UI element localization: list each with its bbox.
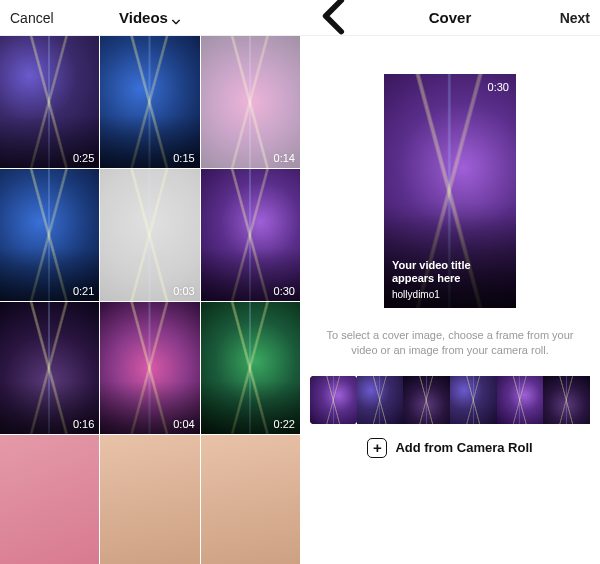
cover-frame-image — [543, 376, 590, 424]
cover-username: hollydimo1 — [392, 289, 440, 300]
cover-frame[interactable] — [543, 376, 590, 424]
video-thumb-image — [100, 435, 199, 564]
add-from-camera-roll-button[interactable]: + Add from Camera Roll — [367, 438, 532, 458]
video-picker-screen: Cancel Videos 0:250:150:140:210:030:300:… — [0, 0, 300, 564]
cover-screen: Cover Next 0:30 Your video title appears… — [300, 0, 600, 564]
video-thumb-image — [100, 169, 199, 301]
album-dropdown[interactable]: Videos — [119, 9, 181, 26]
video-thumb[interactable]: 0:30 — [201, 169, 300, 301]
video-thumb[interactable]: 0:21 — [0, 169, 99, 301]
cover-preview: 0:30 Your video title appears here holly… — [384, 74, 516, 308]
plus-icon: + — [367, 438, 387, 458]
video-thumb-image — [0, 36, 99, 168]
cover-hint: To select a cover image, choose a frame … — [318, 328, 582, 358]
video-duration: 0:30 — [274, 285, 295, 297]
video-thumb-image — [201, 302, 300, 434]
cover-frame[interactable] — [403, 376, 450, 424]
cover-frame-image — [357, 376, 404, 424]
video-thumb[interactable]: 0:22 — [201, 302, 300, 434]
video-duration: 0:03 — [173, 285, 194, 297]
next-button[interactable]: Next — [540, 10, 590, 26]
video-duration: 0:15 — [173, 152, 194, 164]
cover-area: 0:30 Your video title appears here holly… — [300, 36, 600, 564]
video-thumb[interactable] — [100, 435, 199, 564]
video-thumb[interactable]: 0:04 — [100, 302, 199, 434]
video-thumb[interactable]: 0:25 — [0, 36, 99, 168]
video-thumb[interactable]: 0:16 — [0, 302, 99, 434]
cover-frame[interactable] — [497, 376, 544, 424]
picker-header: Cancel Videos — [0, 0, 300, 36]
frame-strip — [300, 376, 600, 424]
cover-frame[interactable] — [310, 376, 357, 424]
cover-header: Cover Next — [300, 0, 600, 36]
video-thumb-image — [201, 169, 300, 301]
cover-frame[interactable] — [357, 376, 404, 424]
cover-frame-image — [450, 376, 497, 424]
video-thumb-image — [0, 169, 99, 301]
video-thumb[interactable]: 0:14 — [201, 36, 300, 168]
video-thumb[interactable]: 0:15 — [100, 36, 199, 168]
add-from-camera-roll-label: Add from Camera Roll — [395, 440, 532, 455]
video-thumb-image — [100, 302, 199, 434]
video-duration: 0:16 — [73, 418, 94, 430]
cover-duration: 0:30 — [488, 81, 509, 93]
video-duration: 0:21 — [73, 285, 94, 297]
video-thumb-image — [201, 435, 300, 564]
cover-frame[interactable] — [450, 376, 497, 424]
video-thumb-image — [0, 435, 99, 564]
cover-title: Cover — [429, 9, 472, 26]
video-thumb-image — [100, 36, 199, 168]
video-grid: 0:250:150:140:210:030:300:160:040:22 — [0, 36, 300, 564]
album-title: Videos — [119, 9, 168, 26]
cancel-button[interactable]: Cancel — [10, 10, 60, 26]
video-thumb[interactable]: 0:03 — [100, 169, 199, 301]
video-thumb-image — [201, 36, 300, 168]
video-duration: 0:04 — [173, 418, 194, 430]
cover-title-line1: Your video title — [392, 259, 471, 271]
video-duration: 0:14 — [274, 152, 295, 164]
cover-frame-image — [310, 376, 357, 424]
video-duration: 0:25 — [73, 152, 94, 164]
cover-frame-image — [403, 376, 450, 424]
video-thumb-image — [0, 302, 99, 434]
cover-title-line2: appears here — [392, 272, 460, 284]
video-thumb[interactable] — [201, 435, 300, 564]
video-duration: 0:22 — [274, 418, 295, 430]
chevron-down-icon — [171, 13, 181, 23]
video-thumb[interactable] — [0, 435, 99, 564]
cover-title-overlay: Your video title appears here — [392, 259, 471, 287]
cover-frame-image — [497, 376, 544, 424]
